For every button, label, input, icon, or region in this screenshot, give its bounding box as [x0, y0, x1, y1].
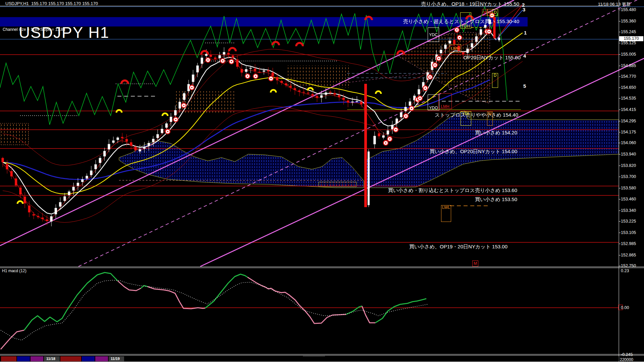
level-box-m: M [472, 260, 478, 266]
candle-body [418, 89, 420, 94]
price-axis-label: 153.820 [621, 163, 636, 168]
session-segment [31, 356, 43, 361]
axis-tick [619, 266, 621, 266]
candle-body [143, 147, 146, 149]
candle-body [387, 130, 389, 134]
level-box-ydo: YDO [428, 95, 439, 110]
macd-main-line [205, 274, 248, 308]
axis-tick [619, 244, 621, 244]
macd-main-line [148, 287, 205, 309]
buy-horseshoe-marker [17, 201, 23, 204]
candle-body [467, 49, 469, 53]
candle-body [192, 75, 194, 82]
axis-tick [619, 32, 621, 32]
axis-tick [619, 255, 621, 255]
ring-signal-dot [434, 64, 436, 66]
candle-body [10, 171, 13, 176]
candle-body [90, 171, 93, 175]
ring-signal-dot [222, 60, 223, 62]
candle-body [15, 178, 17, 185]
macd-main-line [362, 306, 375, 323]
candle-body [183, 93, 185, 100]
candle-body [320, 96, 323, 98]
price-axis-label: 153.700 [621, 174, 636, 179]
price-annotation: 買い小さめ、OP20日NYカット 154.00 [430, 148, 517, 155]
candle-body [276, 77, 278, 80]
level-box-d: D [492, 9, 498, 16]
sell-horseshoe-marker [121, 80, 128, 84]
axis-tick [619, 221, 621, 222]
macd-axis-label: 0.23 [621, 268, 629, 273]
axis-tick [619, 54, 621, 55]
candle-body [240, 69, 243, 73]
price-axis-label: 154.535 [621, 96, 636, 101]
candle-body [6, 164, 8, 169]
level-box-w: W [487, 9, 493, 16]
candle-body [312, 94, 314, 96]
candle-body [444, 45, 447, 49]
ring-signal-dot [405, 115, 407, 117]
axis-tick [619, 210, 621, 211]
candle-body [440, 50, 442, 53]
candle-body [453, 40, 455, 44]
candle-body [351, 102, 354, 102]
candle-body [267, 70, 270, 72]
cloud-orange-future [399, 32, 490, 103]
ring-signal-dot [255, 76, 256, 77]
date-label: 11/19 [111, 357, 120, 361]
candle-body [81, 179, 84, 182]
candle-body [223, 52, 225, 55]
macd-main-line [118, 281, 141, 291]
ring-signal-dot [207, 59, 209, 61]
candle-body [329, 92, 331, 93]
candle-body [289, 86, 292, 87]
candle-body [316, 96, 318, 98]
price-chart-canvas[interactable] [0, 0, 644, 362]
axis-tick [619, 199, 621, 199]
macd-axis-label: 0.00 [621, 305, 629, 310]
price-axis-label: 153.340 [621, 208, 636, 213]
level-box-ydh: YDH [460, 12, 471, 28]
level-box-lwl: LWL [441, 205, 451, 222]
level-box-ydc: YDC [428, 27, 439, 42]
level-box-lwh: LWH [449, 44, 461, 53]
session-segment [125, 356, 619, 361]
price-annotation: OP20日NYカット 155.00 [464, 55, 521, 61]
price-axis-label: 154.770 [621, 74, 636, 79]
ring-signal-dot [438, 58, 439, 59]
candle-body [210, 55, 212, 57]
level-box-lmh: LMH [438, 93, 452, 109]
last-candle [498, 38, 500, 40]
axis-tick [619, 98, 621, 99]
candle-body [272, 73, 274, 76]
candle-body [325, 93, 327, 95]
price-axis-label: 154.885 [621, 63, 636, 68]
axis-tick [619, 76, 621, 77]
price-annotation: ストップロス売りやや小さめ 154.40 [435, 112, 518, 118]
candle-body [382, 135, 385, 137]
price-axis-label: 152.750 [621, 263, 636, 268]
ring-signal-dot [488, 31, 490, 32]
macd-main-line [24, 273, 118, 330]
cloud-blue-mid [119, 141, 364, 188]
buy-horseshoe-marker [308, 88, 313, 90]
price-axis-label: 153.940 [621, 152, 636, 157]
sell-horseshoe-marker [296, 43, 303, 46]
candle-body [475, 37, 478, 42]
candle-body [55, 208, 57, 214]
price-axis-label: 154.295 [621, 119, 636, 123]
candle-body [161, 129, 163, 133]
candle-body [103, 151, 106, 157]
ring-signal-dot [191, 87, 193, 88]
session-segment [95, 356, 108, 361]
axis-tick [619, 166, 621, 166]
price-axis-label: 155.005 [621, 52, 636, 57]
channel-info-label: Channel size = 1189 Slope = 13.84 [3, 27, 65, 32]
candle-body [41, 218, 44, 219]
candle-body [68, 192, 70, 195]
price-annotation: 買い小さめ・割り込むとストップロス売り小さめ 153.60 [388, 187, 517, 194]
candle-body [263, 71, 265, 72]
candle-body [19, 188, 21, 195]
macd-panel [0, 273, 619, 349]
candle-body [227, 53, 230, 55]
